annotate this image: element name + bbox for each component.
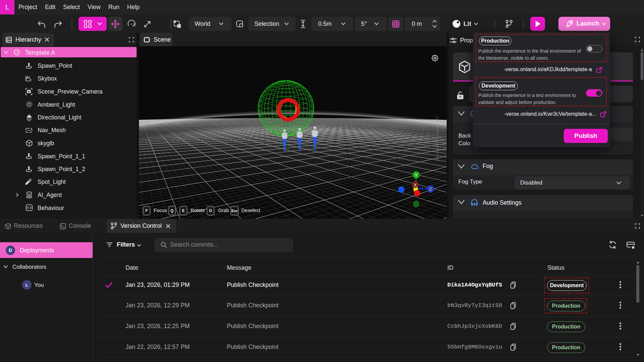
svg-text:Y: Y bbox=[414, 172, 418, 178]
svg-text:Z: Z bbox=[429, 187, 432, 192]
svg-text:X: X bbox=[414, 183, 417, 188]
